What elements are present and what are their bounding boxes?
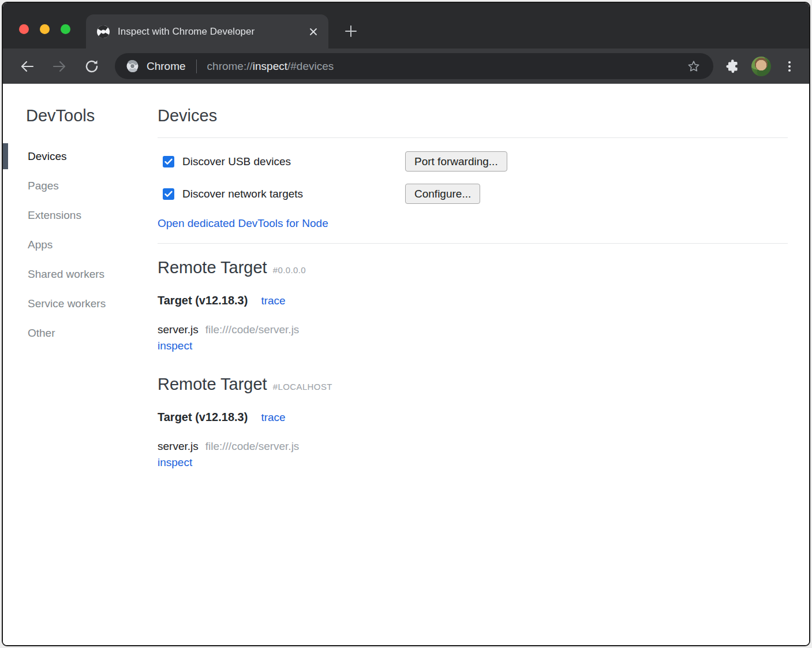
target-version: Target (v12.18.3) — [158, 411, 248, 424]
target-file-path: file:///code/server.js — [205, 440, 300, 452]
sidebar-item-extensions[interactable]: Extensions — [3, 200, 158, 230]
sidebar-item-devices[interactable]: Devices — [3, 141, 158, 171]
trace-link[interactable]: trace — [261, 295, 285, 307]
target-file-path: file:///code/server.js — [205, 323, 300, 336]
devices-panel: Devices Discover USB devices Port forwar… — [158, 84, 809, 645]
sidebar-item-pages[interactable]: Pages — [3, 171, 158, 200]
zoom-window-button[interactable] — [61, 24, 70, 34]
reload-button[interactable] — [81, 56, 102, 77]
secure-origin-chip: Chrome — [147, 60, 186, 73]
profile-avatar[interactable] — [751, 57, 771, 76]
remote-target-address: #LOCALHOST — [273, 382, 332, 392]
remote-target-section: Remote Target #0.0.0.0 Target (v12.18.3)… — [158, 258, 788, 352]
url-host: inspect — [253, 60, 287, 72]
divider — [158, 243, 788, 244]
extensions-puzzle-icon[interactable] — [721, 55, 744, 78]
discover-usb-checkbox[interactable] — [163, 156, 174, 167]
open-node-devtools-link[interactable]: Open dedicated DevTools for Node — [158, 217, 328, 229]
target-file-name: server.js — [158, 440, 199, 452]
port-forwarding-button[interactable]: Port forwarding... — [405, 151, 507, 172]
url-scheme: chrome:// — [207, 60, 253, 72]
window-controls — [19, 24, 70, 34]
discover-network-checkbox[interactable] — [163, 188, 174, 200]
remote-target-address: #0.0.0.0 — [273, 265, 306, 275]
menu-dots-icon[interactable] — [778, 55, 801, 78]
target-file-name: server.js — [158, 323, 199, 336]
tab-title: Inspect with Chrome Developer — [118, 26, 308, 38]
sidebar-item-other[interactable]: Other — [3, 318, 158, 348]
configure-button[interactable]: Configure... — [405, 184, 480, 204]
toolbar-right-icons — [721, 55, 801, 78]
omnibox-separator — [196, 59, 197, 73]
tab-close-icon[interactable] — [308, 26, 319, 38]
url-path: /#devices — [287, 60, 334, 72]
remote-target-title: Remote Target — [158, 375, 267, 394]
remote-target-section: Remote Target #LOCALHOST Target (v12.18.… — [158, 375, 788, 469]
discover-network-label: Discover network targets — [182, 188, 303, 200]
sidebar-title: DevTools — [26, 106, 158, 125]
forward-button[interactable] — [49, 56, 70, 77]
sidebar-item-apps[interactable]: Apps — [3, 230, 158, 259]
chrome-logo-icon — [126, 60, 139, 72]
remote-target-title: Remote Target — [158, 258, 267, 277]
trace-link[interactable]: trace — [261, 411, 285, 424]
back-button[interactable] — [17, 56, 38, 77]
close-window-button[interactable] — [19, 24, 29, 34]
sidebar-item-shared-workers[interactable]: Shared workers — [3, 259, 158, 289]
browser-window: Inspect with Chrome Developer — [2, 2, 810, 646]
discover-network-row: Discover network targets Configure... — [158, 184, 788, 204]
url-text: chrome://inspect/#devices — [207, 60, 334, 73]
selection-indicator — [3, 143, 8, 169]
discover-usb-label: Discover USB devices — [182, 155, 291, 168]
sidebar-nav: Devices Pages Extensions Apps Shared wor… — [3, 141, 158, 348]
sidebar-item-service-workers[interactable]: Service workers — [3, 289, 158, 318]
minimize-window-button[interactable] — [40, 24, 50, 34]
tab-strip: Inspect with Chrome Developer — [3, 3, 809, 49]
globe-favicon-icon — [96, 25, 110, 39]
browser-tab[interactable]: Inspect with Chrome Developer — [86, 14, 328, 49]
inspect-link[interactable]: inspect — [158, 456, 192, 468]
new-tab-button[interactable] — [341, 21, 361, 41]
address-bar[interactable]: Chrome chrome://inspect/#devices — [115, 53, 713, 79]
inspect-link[interactable]: inspect — [158, 340, 192, 352]
discover-usb-row: Discover USB devices Port forwarding... — [158, 151, 788, 172]
bookmark-star-icon[interactable] — [687, 59, 701, 73]
target-version: Target (v12.18.3) — [158, 294, 248, 307]
devtools-sidebar: DevTools Devices Pages Extensions Apps S… — [3, 84, 158, 645]
inspect-page: DevTools Devices Pages Extensions Apps S… — [3, 84, 809, 645]
divider — [158, 137, 788, 138]
page-title: Devices — [158, 106, 788, 125]
browser-toolbar: Chrome chrome://inspect/#devices — [3, 49, 809, 84]
